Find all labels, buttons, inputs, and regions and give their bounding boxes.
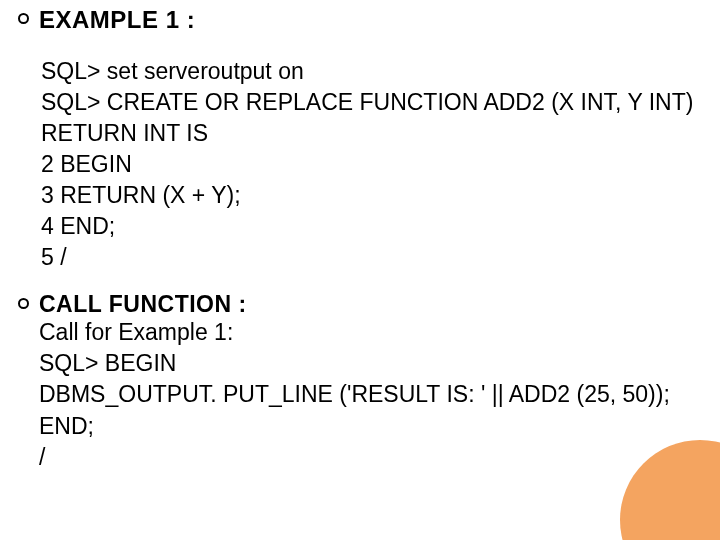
heading-example-1: EXAMPLE 1 : xyxy=(39,6,195,34)
code-line: SQL> CREATE OR REPLACE FUNCTION ADD2 (X … xyxy=(41,87,702,118)
code-line: 2 BEGIN xyxy=(41,149,702,180)
code-line: / xyxy=(39,442,670,473)
code-line: 3 RETURN (X + Y); xyxy=(41,180,702,211)
bullet-icon xyxy=(18,13,29,24)
code-line: END; xyxy=(39,411,670,442)
section-example-1: EXAMPLE 1 : SQL> set serveroutput on SQL… xyxy=(18,6,702,273)
bullet-icon xyxy=(18,298,29,309)
code-line: SQL> set serveroutput on xyxy=(41,56,702,87)
slide: EXAMPLE 1 : SQL> set serveroutput on SQL… xyxy=(0,0,720,540)
code-line: SQL> BEGIN xyxy=(39,348,670,379)
code-line: 5 / xyxy=(41,242,702,273)
code-line: 4 END; xyxy=(41,211,702,242)
code-body-2: SQL> BEGIN DBMS_OUTPUT. PUT_LINE ('RESUL… xyxy=(39,348,670,472)
heading-call-function: CALL FUNCTION : xyxy=(39,291,670,317)
code-line: DBMS_OUTPUT. PUT_LINE ('RESULT IS: ' || … xyxy=(39,379,670,410)
code-line: RETURN INT IS xyxy=(41,118,702,149)
heading-row-1: EXAMPLE 1 : xyxy=(18,6,702,34)
heading-call-function-group: CALL FUNCTION : Call for Example 1: SQL>… xyxy=(39,291,670,473)
section-call-function: CALL FUNCTION : Call for Example 1: SQL>… xyxy=(18,291,702,473)
heading-row-2: CALL FUNCTION : Call for Example 1: SQL>… xyxy=(18,291,702,473)
code-body-1: SQL> set serveroutput on SQL> CREATE OR … xyxy=(41,56,702,273)
subheading-call-example-1: Call for Example 1: xyxy=(39,317,670,348)
